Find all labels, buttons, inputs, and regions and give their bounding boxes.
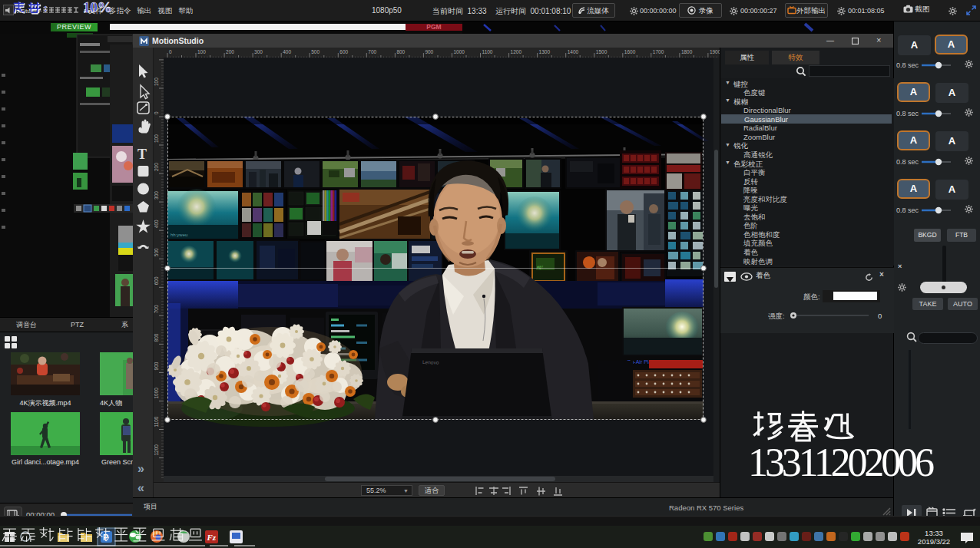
svg-text:2019/3/22: 2019/3/22	[918, 537, 950, 546]
svg-text:900: 900	[154, 361, 159, 370]
svg-text:400: 400	[154, 220, 159, 228]
svg-text:1200: 1200	[511, 49, 522, 54]
svg-text:1700: 1700	[653, 49, 664, 54]
svg-text:13:33: 13:33	[925, 529, 943, 537]
svg-text:1300: 1300	[539, 49, 551, 54]
svg-text:200: 200	[154, 163, 159, 171]
svg-text:900: 900	[425, 49, 433, 54]
svg-text:100: 100	[197, 49, 206, 54]
svg-text:Fz: Fz	[207, 533, 217, 542]
svg-text:1800: 1800	[681, 49, 693, 54]
svg-text:500: 500	[311, 49, 319, 54]
svg-text:700: 700	[154, 305, 159, 313]
svg-text:1100: 1100	[482, 49, 493, 54]
svg-text:300: 300	[154, 191, 159, 200]
svg-text:500: 500	[154, 248, 159, 256]
svg-text:600: 600	[339, 49, 348, 54]
svg-text:1200: 1200	[154, 444, 159, 456]
svg-text:800: 800	[154, 333, 159, 342]
svg-text:400: 400	[283, 49, 291, 54]
svg-text:300: 300	[254, 49, 263, 54]
svg-text:100: 100	[154, 78, 159, 86]
svg-text:T: T	[137, 147, 147, 162]
svg-text:1000: 1000	[154, 388, 159, 399]
svg-text:800: 800	[396, 49, 405, 54]
svg-text:1000: 1000	[454, 49, 465, 54]
svg-text:1400: 1400	[568, 49, 579, 54]
svg-text:100: 100	[154, 134, 159, 143]
svg-text:700: 700	[368, 49, 376, 54]
svg-text:600: 600	[154, 276, 159, 285]
svg-text:1600: 1600	[624, 49, 636, 54]
svg-text:0: 0	[154, 111, 159, 114]
svg-text:1500: 1500	[596, 49, 608, 54]
svg-text:P: P	[103, 533, 108, 542]
svg-text:1100: 1100	[154, 416, 159, 427]
svg-text:200: 200	[226, 49, 234, 54]
svg-text:1900: 1900	[710, 49, 720, 54]
svg-text:Lenovo: Lenovo	[422, 359, 439, 365]
svg-text:0: 0	[169, 49, 172, 54]
